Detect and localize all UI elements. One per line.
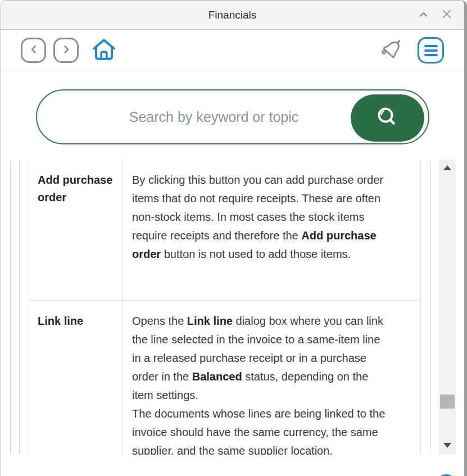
description-cell: By clicking this button you can add purc… — [122, 160, 420, 300]
window-title: Financials — [208, 9, 257, 21]
back-button[interactable] — [21, 38, 46, 63]
table-row: Link lineOpens the Link line dialog box … — [29, 300, 420, 455]
search-button[interactable] — [351, 94, 424, 142]
window-controls — [416, 1, 454, 29]
content-area: Add purchase orderBy clicking this butto… — [1, 160, 464, 455]
bell-icon — [378, 36, 405, 65]
close-button[interactable] — [439, 7, 454, 23]
description-cell: Opens the Link line dialog box where you… — [122, 301, 420, 455]
vertical-scrollbar[interactable] — [439, 160, 456, 455]
chevron-up-icon — [418, 8, 429, 22]
search-section — [1, 71, 464, 157]
toolbar — [1, 30, 464, 71]
table-row: Add purchase orderBy clicking this butto… — [29, 160, 420, 300]
scrollbar-thumb[interactable] — [440, 395, 455, 409]
definitions-table: Add purchase orderBy clicking this butto… — [29, 160, 421, 455]
search-icon — [375, 105, 400, 132]
term-cell: Add purchase order — [29, 160, 122, 300]
notifications-button[interactable] — [378, 36, 405, 65]
term-cell: Link line — [29, 301, 122, 455]
collapse-button[interactable] — [416, 7, 430, 23]
help-window: Financials — [0, 0, 467, 476]
chevron-left-icon — [27, 43, 40, 58]
search-input[interactable] — [54, 90, 374, 143]
table-outer-border-line — [19, 160, 20, 455]
home-button[interactable] — [89, 35, 119, 66]
scroll-up-arrow-icon[interactable] — [443, 165, 451, 170]
viewport-border-line — [430, 160, 430, 455]
scroll-down-arrow-icon[interactable] — [443, 443, 451, 448]
page-border-line — [10, 160, 11, 455]
toolbar-right-group — [378, 36, 444, 65]
menu-button[interactable] — [418, 37, 444, 64]
home-icon — [89, 35, 119, 66]
search-bar — [36, 89, 429, 144]
chevron-right-icon — [60, 43, 73, 58]
close-icon — [441, 8, 453, 22]
forward-button[interactable] — [53, 38, 79, 63]
title-bar: Financials — [1, 1, 464, 30]
